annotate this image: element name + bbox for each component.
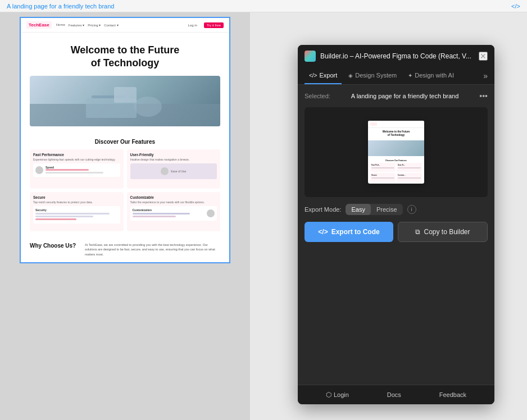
avatar-friendly xyxy=(161,167,169,175)
selected-row: Selected: A landing page for a friendly … xyxy=(305,92,488,101)
copy-to-builder-button[interactable]: ⧉ Copy to Builder xyxy=(398,222,488,242)
code-tag-icon: </> xyxy=(511,3,520,10)
tab-design-system-label: Design System xyxy=(355,72,397,79)
feature-card-secure: Secure Top-notch security features to pr… xyxy=(30,192,124,231)
plugin-footer: ⬡ Login Docs Feedback xyxy=(298,385,494,404)
mock-navbar: TechEase Home Features ▾ Pricing ▾ Conta… xyxy=(21,18,229,33)
docs-button[interactable]: Docs xyxy=(387,391,401,398)
tab-export-label: Export xyxy=(319,72,337,79)
copy-to-builder-label: Copy to Builder xyxy=(424,228,470,236)
docs-label: Docs xyxy=(387,391,401,398)
export-mode-label: Export Mode: xyxy=(305,206,341,213)
page-frame: TechEase Home Features ▾ Pricing ▾ Conta… xyxy=(20,17,230,263)
login-label: Login xyxy=(334,391,349,398)
hero-heading: Welcome to the Future of Technology xyxy=(30,44,220,69)
preview-hero-text: Welcome to the Future of Technology xyxy=(368,128,424,140)
ease-label: Ease of Use xyxy=(171,170,186,173)
svg-point-2 xyxy=(134,97,162,117)
features-title: Discover Our Features xyxy=(30,139,220,145)
mode-precise-button[interactable]: Precise xyxy=(371,204,403,215)
export-tab-icon: </> xyxy=(309,72,317,79)
plugin-preview-area: Welcome to the Future of Technology Disc… xyxy=(305,107,488,197)
export-to-code-label: Export to Code xyxy=(331,228,380,236)
preview-logo xyxy=(370,122,377,126)
preview-card-1: Fast Perf... xyxy=(370,163,396,172)
security-label: Security xyxy=(35,208,118,212)
feature-visual-2: Ease of Use xyxy=(130,163,217,179)
preview-card-2: User-Fr... xyxy=(397,163,422,172)
nav-features[interactable]: Features ▾ xyxy=(69,23,84,27)
preview-card-3: Secure xyxy=(370,173,396,182)
preview-features: Discover Our Features Fast Perf... User-… xyxy=(368,158,424,184)
feature-card-customizable: Customizable Tailor the experience to yo… xyxy=(127,192,221,231)
sec-line-3 xyxy=(35,218,76,220)
nav-contact[interactable]: Contact ▾ xyxy=(104,23,118,27)
login-button[interactable]: ⬡ Login xyxy=(326,391,349,399)
feature-visual-3: Security xyxy=(33,206,120,223)
preview-grid: Fast Perf... User-Fr... Secure Cust xyxy=(370,163,422,182)
feature-title-4: Customizable xyxy=(130,195,217,199)
plugin-logo-icon xyxy=(305,51,316,62)
mock-logo: TechEase xyxy=(26,21,52,29)
nav-pricing[interactable]: Pricing ▾ xyxy=(88,23,101,27)
mock-nav-links: Home Features ▾ Pricing ▾ Contact ▾ xyxy=(56,23,184,27)
accent-line xyxy=(46,169,89,171)
login-icon: ⬡ xyxy=(326,391,331,399)
cust-line-2 xyxy=(133,216,176,217)
sec-line-1 xyxy=(35,213,110,214)
custom-label: Customization xyxy=(133,208,205,212)
feature-card-performance: Fast Performance Experience lightning-fa… xyxy=(30,149,124,189)
plugin-close-button[interactable]: ✕ xyxy=(479,52,488,61)
why-title: Why Choose Us? xyxy=(30,243,80,257)
plugin-actions: </> Export to Code ⧉ Copy to Builder xyxy=(305,222,488,242)
feature-desc-4: Tailor the experience to your needs with… xyxy=(130,200,217,204)
feature-desc-2: Intuitive design that makes navigation a… xyxy=(130,158,217,161)
avatar-speed xyxy=(35,166,43,174)
copy-icon: ⧉ xyxy=(415,228,420,236)
tabs-more-icon[interactable]: » xyxy=(483,71,488,80)
preview-navbar xyxy=(368,121,424,128)
feature-card-friendly: User-Friendly Intuitive design that make… xyxy=(127,149,221,189)
tab-design-system[interactable]: ◈ Design System xyxy=(344,67,401,84)
export-code-icon: </> xyxy=(318,228,328,236)
tab-design-with-ai[interactable]: ✦ Design with AI xyxy=(403,67,458,84)
nav-login[interactable]: Log in xyxy=(188,24,197,27)
preview-hero-image xyxy=(368,140,424,156)
canvas-area: TechEase Home Features ▾ Pricing ▾ Conta… xyxy=(0,12,250,420)
selected-more-button[interactable]: ••• xyxy=(479,92,488,101)
feature-title-1: Fast Performance xyxy=(33,153,120,157)
feedback-button[interactable]: Feedback xyxy=(439,391,466,398)
top-bar-title: A landing page for a friendly tech brand xyxy=(7,3,114,10)
mock-features-section: Discover Our Features Fast Performance E… xyxy=(21,133,229,237)
preview-card-4: Custom... xyxy=(397,173,422,182)
feedback-label: Feedback xyxy=(439,391,466,398)
preview-card: Welcome to the Future of Technology Disc… xyxy=(368,121,424,184)
preview-heading: Welcome to the Future of Technology xyxy=(370,130,422,137)
feature-title-2: User-Friendly xyxy=(130,153,217,157)
plugin-panel: Builder.io – AI-Powered Figma to Code (R… xyxy=(298,45,494,404)
feature-desc-3: Top-notch security features to protect y… xyxy=(33,200,120,204)
selected-label: Selected: xyxy=(305,93,330,99)
feature-visual-1: Speed xyxy=(33,163,120,177)
design-system-tab-icon: ◈ xyxy=(348,72,353,79)
export-mode-row: Export Mode: Easy Precise i xyxy=(305,204,488,215)
nav-home[interactable]: Home xyxy=(56,23,65,27)
mock-hero: Welcome to the Future of Technology xyxy=(21,33,229,133)
export-mode-buttons: Easy Precise xyxy=(346,204,402,215)
sec-line-2 xyxy=(35,216,93,217)
selected-value: A landing page for a friendly tech brand xyxy=(351,93,458,99)
ai-tab-icon: ✦ xyxy=(408,72,412,79)
plugin-body: Selected: A landing page for a friendly … xyxy=(298,85,494,385)
plugin-title: Builder.io – AI-Powered Figma to Code (R… xyxy=(320,52,474,60)
export-mode-info-icon[interactable]: i xyxy=(407,205,416,214)
plugin-tabs: </> Export ◈ Design System ✦ Design with… xyxy=(298,67,494,85)
mode-easy-button[interactable]: Easy xyxy=(346,204,370,215)
export-to-code-button[interactable]: </> Export to Code xyxy=(305,222,393,242)
hero-image xyxy=(30,76,220,126)
why-desc: At TechEase, we are committed to providi… xyxy=(85,243,220,257)
speed-lines: Speed xyxy=(46,166,118,175)
tab-export[interactable]: </> Export xyxy=(305,67,342,84)
feature-desc-1: Experience lightning-fast speeds with ou… xyxy=(33,158,120,161)
nav-cta-button[interactable]: Try it free xyxy=(204,22,224,28)
feature-title-3: Secure xyxy=(33,195,120,199)
